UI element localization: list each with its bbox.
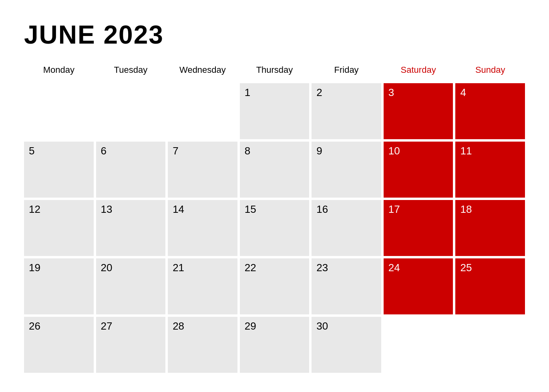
day-number: 1: [245, 86, 250, 98]
day-number: 18: [460, 203, 472, 215]
day-cell-empty-0-1[interactable]: [96, 83, 166, 139]
day-cell-4[interactable]: 4: [455, 83, 525, 139]
day-cell-30[interactable]: 30: [312, 317, 381, 373]
day-cell-29[interactable]: 29: [240, 317, 310, 373]
day-header-sunday: Sunday: [455, 62, 525, 81]
day-number: 28: [173, 320, 184, 332]
day-cell-15[interactable]: 15: [240, 200, 310, 256]
day-header-saturday: Saturday: [384, 62, 453, 81]
day-number: 26: [29, 320, 40, 332]
day-number: 17: [388, 203, 400, 215]
calendar-title: JUNE 2023: [24, 20, 525, 50]
day-header-tuesday: Tuesday: [96, 62, 166, 81]
day-number: 19: [29, 262, 40, 274]
day-cell-12[interactable]: 12: [24, 200, 94, 256]
day-cell-19[interactable]: 19: [24, 258, 94, 314]
day-cell-13[interactable]: 13: [96, 200, 166, 256]
day-cell-2[interactable]: 2: [312, 83, 381, 139]
day-number: 9: [316, 145, 322, 157]
day-cell-11[interactable]: 11: [455, 142, 525, 198]
day-cell-7[interactable]: 7: [168, 142, 237, 198]
day-cell-16[interactable]: 16: [312, 200, 381, 256]
calendar-container: JUNE 2023 MondayTuesdayWednesdayThursday…: [0, 0, 549, 392]
day-number: 6: [101, 145, 107, 157]
day-cell-25[interactable]: 25: [455, 258, 525, 314]
day-number: 13: [101, 203, 113, 215]
day-number: 22: [245, 262, 256, 274]
day-number: 5: [29, 145, 34, 157]
day-cell-6[interactable]: 6: [96, 142, 166, 198]
day-cell-empty-4-5[interactable]: [384, 317, 453, 373]
day-cell-20[interactable]: 20: [96, 258, 166, 314]
day-number: 8: [245, 145, 250, 157]
day-cell-17[interactable]: 17: [384, 200, 453, 256]
day-number: 15: [245, 203, 256, 215]
day-cell-24[interactable]: 24: [384, 258, 453, 314]
day-number: 16: [316, 203, 328, 215]
day-cell-27[interactable]: 27: [96, 317, 166, 373]
day-cell-empty-4-6[interactable]: [455, 317, 525, 373]
day-number: 14: [173, 203, 184, 215]
day-header-wednesday: Wednesday: [168, 62, 237, 81]
day-number: 29: [245, 320, 256, 332]
day-cell-9[interactable]: 9: [312, 142, 381, 198]
day-number: 25: [460, 262, 472, 274]
day-cell-8[interactable]: 8: [240, 142, 310, 198]
day-number: 21: [173, 262, 184, 274]
day-number: 7: [173, 145, 178, 157]
day-number: 2: [316, 86, 322, 98]
day-cell-14[interactable]: 14: [168, 200, 237, 256]
day-cell-26[interactable]: 26: [24, 317, 94, 373]
day-cell-5[interactable]: 5: [24, 142, 94, 198]
day-number: 23: [316, 262, 328, 274]
day-number: 12: [29, 203, 40, 215]
day-cell-1[interactable]: 1: [240, 83, 310, 139]
day-number: 20: [101, 262, 113, 274]
day-cell-28[interactable]: 28: [168, 317, 237, 373]
day-header-monday: Monday: [24, 62, 94, 81]
day-number: 30: [316, 320, 328, 332]
day-cell-empty-0-0[interactable]: [24, 83, 94, 139]
calendar-grid: MondayTuesdayWednesdayThursdayFridaySatu…: [24, 62, 525, 373]
day-cell-18[interactable]: 18: [455, 200, 525, 256]
day-cell-10[interactable]: 10: [384, 142, 453, 198]
day-cell-23[interactable]: 23: [312, 258, 381, 314]
day-header-thursday: Thursday: [240, 62, 310, 81]
day-cell-empty-0-2[interactable]: [168, 83, 237, 139]
day-cell-22[interactable]: 22: [240, 258, 310, 314]
day-number: 10: [388, 145, 400, 157]
day-number: 24: [388, 262, 400, 274]
day-cell-3[interactable]: 3: [384, 83, 453, 139]
day-number: 3: [388, 86, 394, 98]
day-number: 4: [460, 86, 466, 98]
day-cell-21[interactable]: 21: [168, 258, 237, 314]
day-number: 11: [460, 145, 472, 157]
day-header-friday: Friday: [312, 62, 381, 81]
day-number: 27: [101, 320, 113, 332]
